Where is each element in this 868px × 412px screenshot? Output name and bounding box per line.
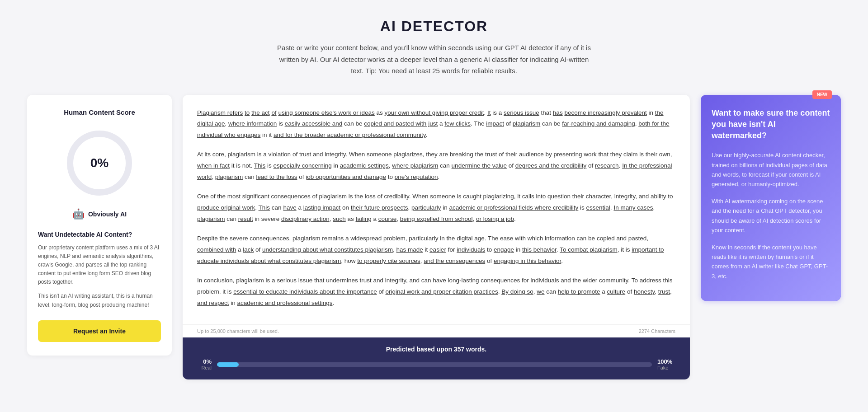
fake-label: Fake xyxy=(657,365,675,370)
text-content: Plagiarism refers to the act of using so… xyxy=(183,95,690,325)
want-undetectable-title: Want Undetectable AI Content? xyxy=(38,231,161,238)
ai-label: 🤖 Obviously AI xyxy=(72,208,127,220)
real-pct: 0% xyxy=(197,358,212,365)
right-panel: NEW Want to make sure the content you ha… xyxy=(701,95,841,301)
right-panel-para3: Know in seconds if the content you have … xyxy=(712,243,830,281)
score-title: Human Content Score xyxy=(38,108,161,116)
left-description-2: This isn't an AI writing assistant, this… xyxy=(38,292,161,309)
header-description: Paste or write your content below, and y… xyxy=(276,42,592,77)
paragraph-2: At its core, plagiarism is a violation o… xyxy=(197,149,675,183)
chars-limit-label: Up to 25,000 characters will be used. xyxy=(197,328,279,334)
page-wrapper: AI DETECTOR Paste or write your content … xyxy=(0,0,868,398)
ai-label-text: Obviously AI xyxy=(88,211,127,218)
progress-track xyxy=(217,362,652,367)
score-value: 0% xyxy=(90,156,108,170)
right-panel-title: Want to make sure the content you have i… xyxy=(712,108,830,142)
score-circle: 0% xyxy=(63,127,136,199)
progress-label: Predicted based upon 357 words. xyxy=(197,346,675,353)
right-panel-para2: With AI watermarking coming on the scene… xyxy=(712,197,830,235)
right-panel-para1: Use our highly-accurate AI content check… xyxy=(712,150,830,189)
fake-pct: 100% xyxy=(657,358,675,365)
left-description-1: Our proprietary content platform uses a … xyxy=(38,243,161,287)
progress-section: Predicted based upon 357 words. 0% Real … xyxy=(183,337,690,379)
new-badge: NEW xyxy=(812,90,832,99)
progress-fill xyxy=(217,362,239,367)
paragraph-5: In conclusion, plagiarism is a serious i… xyxy=(197,275,675,309)
score-section: 0% 🤖 Obviously AI xyxy=(38,127,161,231)
main-grid: Human Content Score 0% 🤖 Obviously AI xyxy=(27,95,841,380)
center-panel: Plagiarism refers to the act of using so… xyxy=(183,95,690,380)
paragraph-1: Plagiarism refers to the act of using so… xyxy=(197,108,675,141)
paragraph-4: Despite the severe consequences, plagiar… xyxy=(197,233,675,267)
paragraph-3: One of the most significant consequences… xyxy=(197,191,675,225)
left-panel: Human Content Score 0% 🤖 Obviously AI xyxy=(27,95,172,356)
robot-icon: 🤖 xyxy=(72,208,85,220)
progress-bar-row: 0% Real 100% Fake xyxy=(197,358,675,370)
page-title: AI DETECTOR xyxy=(27,18,841,35)
request-invite-button[interactable]: Request an Invite xyxy=(38,320,161,342)
header: AI DETECTOR Paste or write your content … xyxy=(27,18,841,77)
chars-footer: Up to 25,000 characters will be used. 22… xyxy=(183,324,690,337)
real-label: Real xyxy=(197,365,212,370)
chars-count: 2274 Characters xyxy=(639,328,675,334)
score-circle-wrapper: 0% xyxy=(63,127,136,199)
